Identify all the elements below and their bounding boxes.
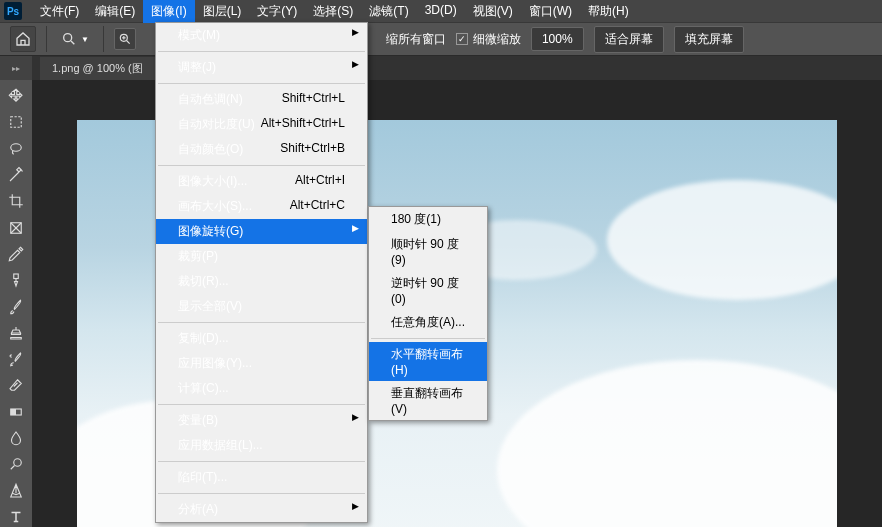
gradient-tool[interactable]: [5, 402, 27, 422]
menu-item[interactable]: 图像(I): [143, 0, 194, 23]
image-menu-dropdown: 模式(M)▶调整(J)▶自动色调(N)Shift+Ctrl+L自动对比度(U)A…: [155, 22, 368, 523]
menu-entry[interactable]: 裁切(R)...: [156, 269, 367, 294]
blur-tool[interactable]: [5, 428, 27, 448]
menu-entry[interactable]: 图像大小(I)...Alt+Ctrl+I: [156, 169, 367, 194]
menu-item[interactable]: 选择(S): [305, 0, 361, 23]
menu-entry[interactable]: 复制(D)...: [156, 326, 367, 351]
check-icon: ✓: [456, 33, 468, 45]
history-brush-tool[interactable]: [5, 349, 27, 369]
submenu-arrow-icon: ▶: [352, 501, 359, 511]
svg-rect-11: [14, 274, 19, 279]
submenu-entry[interactable]: 180 度(1): [369, 207, 487, 232]
app-logo: Ps: [4, 2, 22, 20]
menu-item[interactable]: 视图(V): [465, 0, 521, 23]
zoom-tool-dropdown[interactable]: ▼: [57, 27, 93, 51]
crop-tool[interactable]: [5, 191, 27, 211]
panel-toggle[interactable]: ▸▸: [0, 56, 32, 80]
menu-separator: [158, 493, 365, 494]
document-tab[interactable]: 1.png @ 100% (图: [40, 57, 155, 80]
submenu-entry[interactable]: 任意角度(A)...: [369, 310, 487, 335]
magic-wand-tool[interactable]: [5, 165, 27, 185]
menu-bar: Ps 文件(F)编辑(E)图像(I)图层(L)文字(Y)选择(S)滤镜(T)3D…: [0, 0, 882, 22]
options-bar: ▼ 缩所有窗口 ✓ 细微缩放 100% 适合屏幕 填充屏幕: [0, 22, 882, 56]
menu-entry: 应用数据组(L)...: [156, 433, 367, 458]
menu-entry[interactable]: 模式(M)▶: [156, 23, 367, 48]
menu-separator: [158, 404, 365, 405]
menu-entry[interactable]: 调整(J)▶: [156, 55, 367, 80]
tools-panel: [0, 80, 32, 527]
submenu-entry[interactable]: 垂直翻转画布(V): [369, 381, 487, 420]
zoom-level-button[interactable]: 100%: [531, 27, 584, 51]
menu-entry[interactable]: 图像旋转(G)▶: [156, 219, 367, 244]
menu-item[interactable]: 文件(F): [32, 0, 87, 23]
svg-point-7: [11, 143, 22, 151]
healing-brush-tool[interactable]: [5, 270, 27, 290]
menu-separator: [158, 165, 365, 166]
image-rotation-submenu: 180 度(1)顺时针 90 度(9)逆时针 90 度(0)任意角度(A)...…: [368, 206, 488, 421]
eyedropper-tool[interactable]: [5, 244, 27, 264]
menu-separator: [158, 322, 365, 323]
home-button[interactable]: [10, 26, 36, 52]
marquee-tool[interactable]: [5, 112, 27, 132]
menu-entry[interactable]: 计算(C)...: [156, 376, 367, 401]
menu-item[interactable]: 滤镜(T): [361, 0, 416, 23]
clone-stamp-tool[interactable]: [5, 323, 27, 343]
menu-entry[interactable]: 变量(B)▶: [156, 408, 367, 433]
menu-entry: 陷印(T)...: [156, 465, 367, 490]
divider: [46, 26, 47, 52]
menu-entry: 裁剪(P): [156, 244, 367, 269]
svg-rect-6: [11, 117, 22, 128]
menu-separator: [158, 461, 365, 462]
fit-screen-button[interactable]: 适合屏幕: [594, 26, 664, 53]
lasso-tool[interactable]: [5, 139, 27, 159]
menu-separator: [158, 83, 365, 84]
menu-entry[interactable]: 应用图像(Y)...: [156, 351, 367, 376]
document-tab-bar: 1.png @ 100% (图: [0, 56, 882, 80]
svg-point-0: [64, 34, 72, 42]
svg-line-1: [71, 41, 74, 44]
menu-item[interactable]: 帮助(H): [580, 0, 637, 23]
menu-item[interactable]: 文字(Y): [249, 0, 305, 23]
submenu-arrow-icon: ▶: [352, 27, 359, 37]
menu-entry[interactable]: 自动对比度(U)Alt+Shift+Ctrl+L: [156, 112, 367, 137]
submenu-entry[interactable]: 顺时针 90 度(9): [369, 232, 487, 271]
menu-entry[interactable]: 显示全部(V): [156, 294, 367, 319]
menu-item[interactable]: 图层(L): [195, 0, 250, 23]
submenu-arrow-icon: ▶: [352, 223, 359, 233]
chevron-down-icon: ▼: [81, 35, 89, 44]
scrubby-zoom-label: 细微缩放: [473, 31, 521, 48]
zoom-in-button[interactable]: [114, 28, 136, 50]
submenu-arrow-icon: ▶: [352, 412, 359, 422]
eraser-tool[interactable]: [5, 375, 27, 395]
menu-item[interactable]: 编辑(E): [87, 0, 143, 23]
menu-item[interactable]: 3D(D): [417, 0, 465, 23]
svg-point-14: [14, 459, 22, 467]
menu-entry[interactable]: 自动颜色(O)Shift+Ctrl+B: [156, 137, 367, 162]
move-tool[interactable]: [5, 86, 27, 106]
menu-separator: [371, 338, 485, 339]
frame-tool[interactable]: [5, 217, 27, 237]
submenu-entry[interactable]: 水平翻转画布(H): [369, 342, 487, 381]
brush-tool[interactable]: [5, 296, 27, 316]
pen-tool[interactable]: [5, 480, 27, 500]
fill-screen-button[interactable]: 填充屏幕: [674, 26, 744, 53]
dodge-tool[interactable]: [5, 454, 27, 474]
menu-entry[interactable]: 自动色调(N)Shift+Ctrl+L: [156, 87, 367, 112]
submenu-arrow-icon: ▶: [352, 59, 359, 69]
divider: [103, 26, 104, 52]
svg-line-3: [127, 41, 130, 44]
menu-item[interactable]: 窗口(W): [521, 0, 580, 23]
menu-separator: [158, 51, 365, 52]
menu-entry[interactable]: 分析(A)▶: [156, 497, 367, 522]
scrubby-zoom-checkbox[interactable]: ✓ 细微缩放: [456, 31, 521, 48]
svg-rect-13: [11, 409, 16, 415]
fit-windows-label: 缩所有窗口: [386, 31, 446, 48]
menu-entry[interactable]: 画布大小(S)...Alt+Ctrl+C: [156, 194, 367, 219]
type-tool[interactable]: [5, 507, 27, 527]
submenu-entry[interactable]: 逆时针 90 度(0): [369, 271, 487, 310]
